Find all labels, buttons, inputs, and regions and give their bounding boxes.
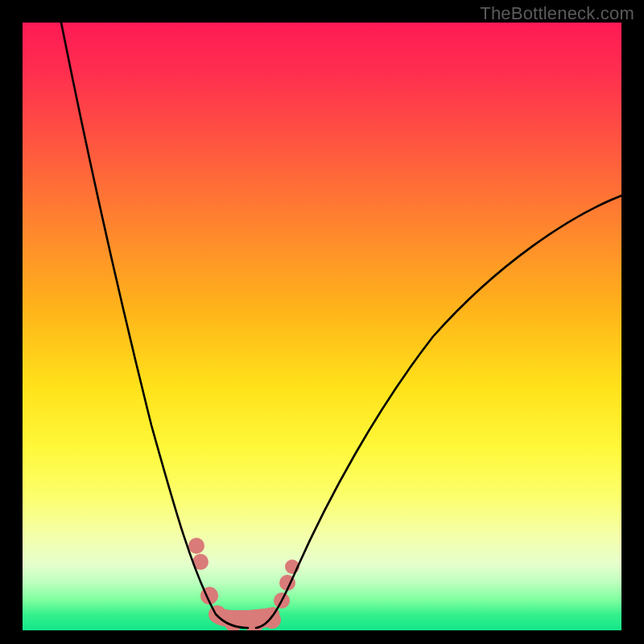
watermark-text: TheBottleneck.com	[480, 3, 634, 24]
marker-bead	[263, 611, 281, 629]
chart-frame: TheBottleneck.com	[0, 0, 644, 644]
left-bottleneck-curve	[61, 23, 248, 628]
marker-bead	[188, 538, 204, 554]
plot-area	[23, 23, 621, 630]
right-bottleneck-curve	[256, 196, 621, 628]
chart-svg	[23, 23, 621, 630]
